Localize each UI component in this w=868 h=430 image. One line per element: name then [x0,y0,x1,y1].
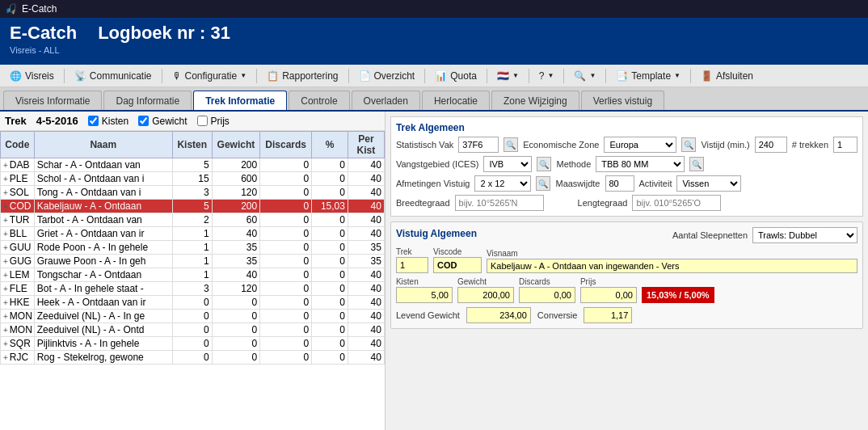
expand-btn[interactable]: + [3,257,8,266]
lengte-input[interactable] [632,195,721,211]
cell-naam: Zeeduivel (NL) - A - Ontd [34,323,172,337]
menu-quota[interactable]: 📊 Quota [428,69,483,83]
cell-pct: 0 [312,310,348,323]
tab-visreis-info[interactable]: Visreis Informatie [3,91,102,110]
table-row[interactable]: +PLE Schol - A - Ontdaan van i 15 600 0 … [1,172,385,186]
menu-configuratie[interactable]: 🎙 Configuratie ▼ [166,69,254,83]
menu-overzicht[interactable]: 📄 Overzicht [352,69,422,83]
visnaam-field: Visnaam Kabeljauw - A - Ontdaan van inge… [487,249,857,273]
left-panel: Trek 4-5-2016 Kisten Gewicht Prijs Code [0,112,386,430]
viscode-field: Viscode COD [433,247,482,273]
prijs-checkbox-group: Prijs [197,116,230,127]
tab-dag-info[interactable]: Dag Informatie [103,91,192,110]
expand-btn[interactable]: + [3,216,8,225]
col-header-discards: Discards [260,132,312,158]
expand-btn[interactable]: + [3,271,8,280]
table-row[interactable]: +SQR Pijlinktvis - A - In gehele 0 0 0 0… [1,337,385,351]
statistisch-vak-input[interactable] [458,137,499,153]
table-row[interactable]: +BLL Griet - A - Ontdaan van ir 1 40 0 0… [1,227,385,241]
expand-btn[interactable]: + [3,161,8,170]
cell-pct: 0 [312,337,348,351]
afmetingen-select[interactable]: 2 x 12 [474,175,531,192]
menu-communicatie[interactable]: 📡 Communicatie [68,69,158,83]
methode-select[interactable]: TBB 80 MM [596,156,685,172]
fish-table-container: Code Naam Kisten Gewicht Discards % Per … [0,131,385,430]
expand-btn[interactable]: + [3,298,8,307]
expand-btn[interactable]: + [3,188,8,197]
expand-btn[interactable]: + [3,326,8,335]
breedte-input[interactable] [455,195,544,211]
economische-zone-select[interactable]: Europa [604,137,676,153]
expand-btn[interactable]: + [3,353,8,362]
table-row[interactable]: +DAB Schar - A - Ontdaan van 5 200 0 0 4… [1,158,385,172]
cell-pct: 0 [312,172,348,186]
gewicht-amount-label: Gewicht [457,277,514,286]
tab-verlies-vistuig[interactable]: Verlies vistuig [581,91,664,110]
cell-kisten: 5 [172,158,212,172]
methode-search-btn[interactable]: 🔍 [689,157,704,171]
tab-overladen[interactable]: Overladen [352,91,420,110]
maaswijdte-label: Maaswijdte [555,179,600,188]
table-row[interactable]: +MON Zeeduivel (NL) - A - Ontd 0 0 0 0 4… [1,323,385,337]
vangstgebied-select[interactable]: IVB [483,156,532,172]
expand-btn[interactable]: + [3,339,8,348]
activiteit-select[interactable]: Vissen [676,175,741,192]
prijs-amount-value: 0,00 [580,287,637,303]
menu-flag[interactable]: 🇳🇱 ▼ [491,69,525,83]
expand-btn[interactable]: + [3,202,8,211]
table-row[interactable]: +GUU Rode Poon - A - In gehele 1 35 0 0 … [1,241,385,255]
trek-algemeen-title: Trek Algemeen [396,122,857,133]
menu-visreis[interactable]: 🌐 Visreis [3,69,61,83]
config-dropdown-arrow: ▼ [240,72,246,79]
kisten-amount-field: Kisten 5,00 [396,277,453,303]
tab-herlocatie[interactable]: Herlocatie [422,91,490,110]
kisten-checkbox[interactable] [88,116,99,126]
menu-template[interactable]: 📑 Template ▼ [609,69,687,83]
table-row[interactable]: +FLE Bot - A - In gehele staat - 3 120 0… [1,282,385,296]
trek-algemeen-section: Trek Algemeen Statistisch Vak 🔍 Economis… [390,116,863,217]
menu-afsluiten[interactable]: 🚪 Afsluiten [694,69,760,83]
cell-discards: 0 [260,351,312,365]
cell-kisten: 1 [172,241,212,255]
maaswijdte-input[interactable] [605,175,634,192]
vistijd-input[interactable] [755,137,787,153]
expand-btn[interactable]: + [3,230,8,238]
cell-naam: Schol - A - Ontdaan van i [34,172,172,186]
table-row[interactable]: +HKE Heek - A - Ontdaan van ir 0 0 0 0 4… [1,296,385,310]
table-row[interactable]: +LEM Tongschar - A - Ontdaan 1 40 0 0 40 [1,268,385,282]
cell-discards: 0 [260,172,312,186]
sleepnetten-select[interactable]: Trawls: Dubbel [752,227,857,243]
cell-perkist: 40 [348,323,384,337]
expand-btn[interactable]: + [3,312,8,321]
gewicht-checkbox[interactable] [138,116,149,126]
vangstgebied-search-btn[interactable]: 🔍 [537,157,551,171]
table-row[interactable]: +GUG Grauwe Poon - A - In geh 1 35 0 0 3… [1,255,385,268]
menu-search[interactable]: 🔍 ▼ [567,69,602,83]
cell-perkist: 40 [348,172,384,186]
fish-table: Code Naam Kisten Gewicht Discards % Per … [0,131,385,365]
menu-sep-5 [424,69,425,83]
statistisch-vak-search-btn[interactable]: 🔍 [504,137,518,152]
menubar: 🌐 Visreis 📡 Communicatie 🎙 Configuratie … [0,65,868,87]
expand-btn[interactable]: + [3,243,8,252]
table-row[interactable]: +MON Zeeduivel (NL) - A - In ge 0 0 0 0 … [1,310,385,323]
economische-zone-search-btn[interactable]: 🔍 [681,137,696,152]
menu-rapportering[interactable]: 📋 Rapportering [260,69,344,83]
prijs-checkbox[interactable] [197,116,208,126]
cell-kisten: 0 [172,310,212,323]
tab-controle[interactable]: Controle [289,91,349,110]
afmetingen-search-btn[interactable]: 🔍 [536,176,550,191]
tab-trek-info[interactable]: Trek Informatie [193,91,287,110]
table-row[interactable]: +RJC Rog - Stekelrog, gewone 0 0 0 0 40 [1,351,385,365]
table-row[interactable]: +SOL Tong - A - Ontdaan van i 3 120 0 0 … [1,186,385,200]
menu-help[interactable]: ? ▼ [533,69,561,83]
cell-gewicht: 200 [212,158,260,172]
expand-btn[interactable]: + [3,175,8,183]
table-row[interactable]: +COD Kabeljauw - A - Ontdaan 5 200 0 15,… [1,200,385,213]
expand-btn[interactable]: + [3,285,8,293]
trekken-input[interactable] [833,137,857,153]
cell-code: +LEM [1,268,35,282]
table-row[interactable]: +TUR Tarbot - A - Ontdaan van 2 60 0 0 4… [1,213,385,227]
cell-discards: 0 [260,255,312,268]
tab-zone-wijziging[interactable]: Zone Wijziging [491,91,579,110]
